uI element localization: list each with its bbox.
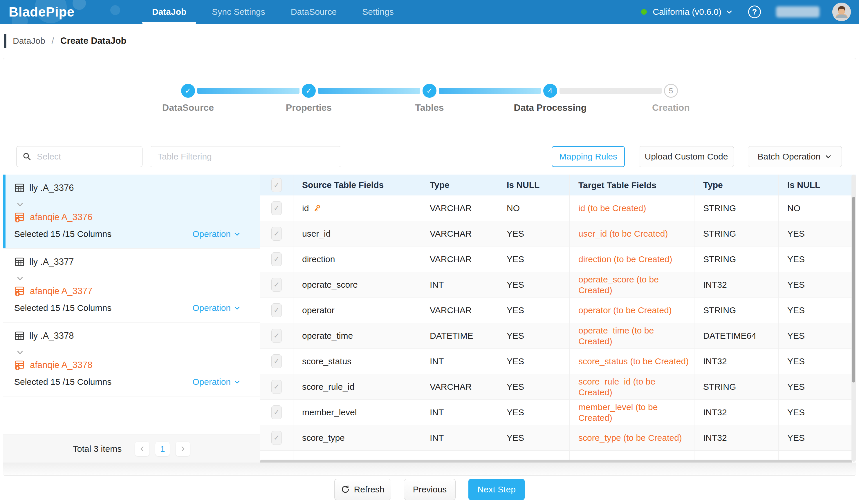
tables-panel: lly .A_3376 afanqie A_3376 Selected 15 /… xyxy=(3,173,260,476)
operation-menu[interactable]: Operation xyxy=(192,303,241,313)
target-field-type: STRING xyxy=(694,195,779,221)
col-header-source-null: Is NULL xyxy=(498,175,570,195)
table-select[interactable] xyxy=(16,146,142,167)
row-checkbox[interactable]: ✓ xyxy=(271,303,282,317)
brand-logo[interactable]: BladePipe xyxy=(9,0,75,24)
batch-operation-button[interactable]: Batch Operation xyxy=(748,146,842,167)
row-checkbox[interactable]: ✓ xyxy=(271,355,282,368)
table-icon xyxy=(14,257,25,267)
expand-chevron-icon[interactable] xyxy=(16,202,24,208)
prev-page-button[interactable] xyxy=(135,442,149,456)
source-field-type: VARCHAR xyxy=(421,221,498,246)
row-checkbox[interactable]: ✓ xyxy=(271,380,282,394)
source-field-type: INT xyxy=(421,349,498,374)
row-checkbox[interactable]: ✓ xyxy=(271,431,282,445)
step-circle: ✓ xyxy=(181,84,195,98)
stepper-step: 5 Creation xyxy=(664,84,678,98)
step-connector xyxy=(197,88,300,94)
breadcrumb-link[interactable]: DataJob xyxy=(13,36,45,46)
environment-selector[interactable]: California (v0.6.0) xyxy=(653,7,721,17)
target-field-type: STRING xyxy=(694,298,779,323)
row-checkbox[interactable]: ✓ xyxy=(271,252,282,266)
table-list-item[interactable]: lly .A_3377 afanqie A_3377 Selected 15 /… xyxy=(3,249,260,322)
target-field-nullable: YES xyxy=(779,221,848,246)
refresh-button[interactable]: Refresh xyxy=(334,479,391,500)
mapping-rules-button[interactable]: Mapping Rules xyxy=(552,146,625,167)
target-field-name: score_status (to be Created) xyxy=(570,349,694,374)
previous-button[interactable]: Previous xyxy=(404,479,456,500)
next-page-button[interactable] xyxy=(176,442,190,456)
field-mapping-table: ✓ Source Table Fields Type Is NULL Targe… xyxy=(260,175,856,462)
source-field-nullable: YES xyxy=(498,323,570,348)
operation-menu[interactable]: Operation xyxy=(192,229,241,239)
step-circle: ✓ xyxy=(423,84,436,98)
target-field-type: INT32 xyxy=(694,399,779,425)
check-icon: ✓ xyxy=(274,204,280,212)
source-field-type: INT xyxy=(421,425,498,450)
target-field-type: STRING xyxy=(694,247,779,272)
source-field-nullable: YES xyxy=(498,399,570,425)
source-field-nullable: YES xyxy=(498,247,570,272)
expand-chevron-icon[interactable] xyxy=(16,276,24,282)
table-row: ✓ score_type INT YES score_type (to be C… xyxy=(260,425,856,451)
logo-bubble xyxy=(110,5,120,15)
table-row: ✓ direction VARCHAR YES direction (to be… xyxy=(260,247,856,272)
operation-label: Operation xyxy=(192,377,231,387)
target-field-name: direction (to be Created) xyxy=(570,247,694,272)
source-field-name: direction xyxy=(302,254,335,264)
check-icon: ✓ xyxy=(274,181,280,189)
table-list-item[interactable]: lly .A_3378 afanqie A_3378 Selected 15 /… xyxy=(3,322,260,396)
nav-item[interactable]: DataSource xyxy=(278,0,349,24)
col-header-source: Source Table Fields xyxy=(293,175,421,195)
select-input[interactable] xyxy=(36,152,149,162)
chevron-down-icon[interactable] xyxy=(725,8,733,16)
row-checkbox[interactable]: ✓ xyxy=(271,329,282,343)
selected-columns-label: Selected 15 /15 Columns xyxy=(14,377,111,387)
table-header-row: ✓ Source Table Fields Type Is NULL Targe… xyxy=(260,175,856,195)
row-checkbox[interactable]: ✓ xyxy=(271,227,282,241)
target-field-name: score_type (to be Created) xyxy=(570,425,694,450)
expand-chevron-icon[interactable] xyxy=(16,350,24,356)
upload-custom-code-button[interactable]: Upload Custom Code xyxy=(639,146,734,167)
check-icon: ✓ xyxy=(274,408,280,416)
table-filter-input[interactable] xyxy=(150,146,341,167)
source-field-type: VARCHAR xyxy=(421,298,498,323)
stepper: ✓ DataSource ✓ Properties ✓ Tables 4 Dat… xyxy=(3,58,856,135)
table-row: ✓ member_level INT YES member_level (to … xyxy=(260,399,856,425)
row-checkbox[interactable]: ✓ xyxy=(271,201,282,215)
chevron-down-icon xyxy=(233,378,241,385)
step-label: DataSource xyxy=(162,103,214,113)
vertical-scrollbar-thumb[interactable] xyxy=(852,197,855,382)
table-icon xyxy=(14,331,25,341)
next-step-button[interactable]: Next Step xyxy=(468,479,525,500)
nav-item[interactable]: DataJob xyxy=(139,0,199,24)
target-field-nullable: YES xyxy=(779,374,848,399)
username-redacted xyxy=(776,6,819,17)
source-table-name: lly .A_3378 xyxy=(29,331,74,341)
target-table-icon xyxy=(14,286,25,297)
main-card: ✓ DataSource ✓ Properties ✓ Tables 4 Dat… xyxy=(3,58,856,476)
breadcrumb-accent-bar xyxy=(4,34,6,48)
table-list-item[interactable]: lly .A_3376 afanqie A_3376 Selected 15 /… xyxy=(3,175,260,249)
batch-operation-label: Batch Operation xyxy=(758,152,821,161)
operation-menu[interactable]: Operation xyxy=(192,377,241,387)
chevron-down-icon xyxy=(825,153,832,160)
nav-item[interactable]: Sync Settings xyxy=(199,0,278,24)
row-checkbox[interactable]: ✓ xyxy=(271,278,282,292)
step-connector xyxy=(439,88,541,94)
nav-item[interactable]: Settings xyxy=(349,0,406,24)
vertical-scrollbar-track[interactable] xyxy=(852,175,856,462)
table-row: ✓ user_id VARCHAR YES user_id (to be Cre… xyxy=(260,221,856,247)
select-all-checkbox[interactable]: ✓ xyxy=(271,178,282,192)
avatar[interactable] xyxy=(832,3,851,21)
step-connector xyxy=(559,88,662,94)
step-label: Tables xyxy=(415,103,444,113)
stepper-step: ✓ DataSource xyxy=(181,84,302,98)
help-icon[interactable]: ? xyxy=(748,5,761,18)
nav-item-label: DataSource xyxy=(291,7,337,17)
target-field-name: operator (to be Created) xyxy=(570,298,694,323)
operation-label: Operation xyxy=(192,303,231,313)
table-list: lly .A_3376 afanqie A_3376 Selected 15 /… xyxy=(3,175,260,396)
row-checkbox[interactable]: ✓ xyxy=(271,405,282,419)
page-number[interactable]: 1 xyxy=(155,442,170,456)
